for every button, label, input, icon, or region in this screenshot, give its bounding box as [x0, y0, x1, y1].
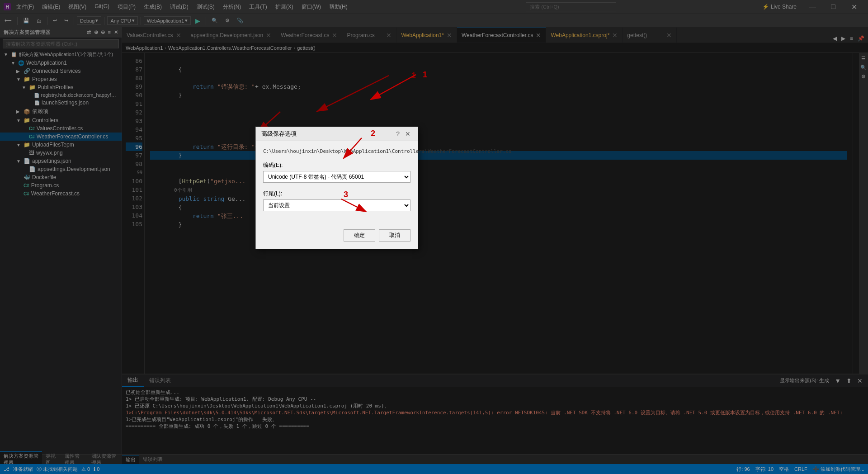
dialog-encoding-select[interactable]: Unicode (UTF-8 带签名) - 代码页 65001 Unicode …: [263, 171, 410, 183]
dialog-button-area: 确定 取消: [256, 226, 418, 249]
annotation-1-label: 1: [423, 70, 427, 80]
dialog-lineending-field: 行尾(L): 当前设置 Windows (CR LF) Unix (LF) Ma…: [263, 190, 410, 211]
dialog-file-path: C:\Users\houjinxin\Desktop\WebApplicatio…: [263, 148, 410, 154]
advanced-save-dialog: 高级保存选项 ? ✕ C:\Users\houjinxin\Desktop\We…: [255, 127, 418, 249]
dialog-body: C:\Users\houjinxin\Desktop\WebApplicatio…: [256, 141, 418, 226]
dialog-title-bar: 高级保存选项 ? ✕: [256, 127, 418, 141]
dialog-title-text: 高级保存选项: [261, 130, 297, 138]
dialog-help-btn[interactable]: ?: [394, 130, 401, 137]
svg-line-9: [371, 75, 416, 100]
dialog-lineending-select[interactable]: 当前设置 Windows (CR LF) Unix (LF) Macintosh…: [263, 199, 410, 211]
dialog-cancel-button[interactable]: 取消: [379, 229, 410, 242]
annotation-svg: [0, 0, 868, 474]
dialog-overlay: 高级保存选项 ? ✕ C:\Users\houjinxin\Desktop\We…: [0, 0, 868, 474]
dialog-lineending-label: 行尾(L):: [263, 190, 410, 198]
dialog-encoding-field: 编码(E): Unicode (UTF-8 带签名) - 代码页 65001 U…: [263, 161, 410, 183]
dialog-close-btn[interactable]: ✕: [403, 130, 412, 137]
dialog-title-controls: ? ✕: [394, 130, 412, 137]
dialog-ok-button[interactable]: 确定: [344, 229, 375, 242]
dialog-encoding-label: 编码(E):: [263, 161, 410, 169]
